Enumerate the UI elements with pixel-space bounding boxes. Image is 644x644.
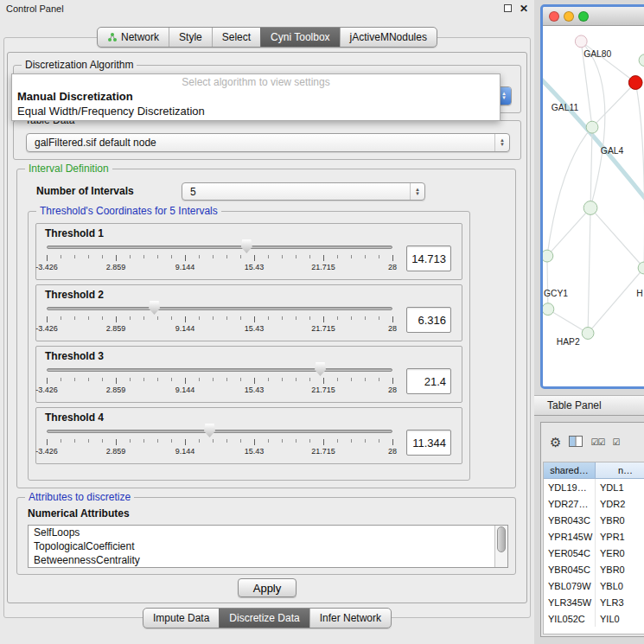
attribute-list-item[interactable]: TopologicalCoefficient <box>29 539 507 553</box>
table-cell: YDR2 <box>596 495 644 512</box>
slider-track[interactable] <box>47 307 392 310</box>
tab-label: Style <box>179 31 202 43</box>
check-icon[interactable]: ☑ <box>612 436 619 450</box>
dropdown-option[interactable]: Equal Width/Frequency Discretization <box>12 104 500 118</box>
network-node[interactable] <box>583 201 597 215</box>
threshold-slider[interactable]: -3.4262.8599.14415.4321.71528 <box>41 301 398 339</box>
network-edge <box>581 41 635 83</box>
attribute-list-item[interactable]: SelfLoops <box>29 526 507 539</box>
tick-mark <box>185 439 186 445</box>
tab-jactivemnodules[interactable]: jActiveMNodules <box>340 28 437 47</box>
tick-mark <box>88 378 89 381</box>
tab-style[interactable]: Style <box>169 28 212 47</box>
network-node[interactable] <box>582 327 594 339</box>
network-edge <box>548 309 588 334</box>
tab-infer-network[interactable]: Infer Network <box>309 609 391 628</box>
tick-mark <box>116 378 117 384</box>
tick-mark <box>199 439 200 443</box>
network-node[interactable] <box>639 54 644 67</box>
close-light-icon[interactable] <box>549 11 559 22</box>
gear-icon[interactable]: ⚙ <box>550 436 561 450</box>
num-intervals-value: 5 <box>190 186 196 198</box>
combo-arrows-icon: ▲▼ <box>410 183 424 200</box>
tick-mark <box>254 255 255 261</box>
tab-cyni-toolbox[interactable]: Cyni Toolbox <box>260 28 339 47</box>
node-table: shared…n… YDL19…YDL1YDR27…YDR2YBR043CYBR… <box>543 462 644 634</box>
scale-label: 28 <box>388 263 397 271</box>
slider-track[interactable] <box>47 245 392 249</box>
network-node[interactable] <box>586 121 598 133</box>
table-panel-toolbar: ⚙ ☑☑ ☑ <box>541 423 644 457</box>
minimize-light-icon[interactable] <box>564 11 574 22</box>
threshold-slider[interactable]: -3.4262.8599.14415.4321.71528 <box>41 239 398 277</box>
tab-select[interactable]: Select <box>212 28 260 47</box>
tick-mark <box>199 255 200 258</box>
table-row[interactable]: YPR145WYPR1 <box>544 528 644 545</box>
threshold-slider[interactable]: -3.4262.8599.14415.4321.71528 <box>41 362 398 400</box>
scale-label: -3.426 <box>35 324 58 333</box>
slider-thumb[interactable] <box>241 239 252 253</box>
table-row[interactable]: YER054CYER0 <box>544 545 644 561</box>
table-panel-title: Table Panel <box>547 399 602 411</box>
control-panel: Control Panel ✕ NetworkStyleSelectCyni T… <box>0 0 534 644</box>
slider-track[interactable] <box>47 430 392 433</box>
table-row[interactable]: YLR345WYLR3 <box>544 594 644 610</box>
table-row[interactable]: YIL052CYIL0 <box>544 610 644 627</box>
tick-mark <box>171 316 172 320</box>
network-canvas[interactable]: GAL80GAL11GAL4GCY1HAP2H <box>543 26 644 386</box>
columns-icon[interactable] <box>569 436 583 450</box>
tick-mark <box>323 255 324 261</box>
scale-label: 28 <box>388 447 397 456</box>
tick-mark <box>171 255 172 258</box>
table-data-combobox-text: galFiltered.sif default node <box>35 137 156 149</box>
thresholds-group: Threshold's Coordinates for 5 Intervals … <box>28 211 470 481</box>
scrollbar-thumb[interactable] <box>497 526 506 552</box>
table-panel-window: ⚙ ☑☑ ☑ shared…n… YDL19…YDL1YDR27…YDR2YBR… <box>540 422 644 637</box>
slider-thumb[interactable] <box>149 301 160 315</box>
num-intervals-combobox[interactable]: 5 ▲▼ <box>182 182 425 201</box>
tab-impute-data[interactable]: Impute Data <box>143 609 219 628</box>
tab-network[interactable]: Network <box>98 28 169 47</box>
tab-discretize-data[interactable]: Discretize Data <box>219 609 309 628</box>
network-node[interactable] <box>575 35 587 48</box>
zoom-light-icon[interactable] <box>578 11 589 22</box>
network-node[interactable] <box>543 303 554 316</box>
tick-mark <box>296 378 296 381</box>
table-row[interactable]: YBR043CYBR0 <box>544 512 644 528</box>
table-column-header[interactable]: shared… <box>544 462 596 479</box>
listbox-scrollbar[interactable] <box>494 526 507 567</box>
network-node[interactable] <box>638 262 644 274</box>
threshold-value-field[interactable]: 21.4 <box>406 368 451 394</box>
tick-mark <box>268 255 269 258</box>
threshold-value-field[interactable]: 14.713 <box>406 245 451 271</box>
threshold-slider[interactable]: -3.4262.8599.14415.4321.71528 <box>41 424 398 462</box>
table-row[interactable]: YDL19…YDL1 <box>544 479 644 495</box>
table-row[interactable]: YBR045CYBR0 <box>544 561 644 577</box>
tick-mark <box>379 439 379 443</box>
scale-label: 15.43 <box>245 447 265 456</box>
table-row[interactable]: YDR27…YDR2 <box>544 495 644 512</box>
tab-label: Infer Network <box>320 612 381 624</box>
table-data-combobox[interactable]: galFiltered.sif default node ▲▼ <box>26 133 510 152</box>
tick-mark <box>74 439 75 443</box>
float-window-icon[interactable] <box>504 4 512 12</box>
tick-mark <box>240 378 241 381</box>
network-node[interactable] <box>543 250 553 262</box>
slider-thumb[interactable] <box>204 424 215 437</box>
tick-mark <box>323 378 324 384</box>
table-row[interactable]: YBL079WYBL0 <box>544 577 644 594</box>
scale-label: -3.426 <box>35 263 58 271</box>
apply-button[interactable]: Apply <box>238 578 296 597</box>
close-icon[interactable]: ✕ <box>520 4 528 13</box>
select-all-checks-icon[interactable]: ☑☑ <box>590 436 604 450</box>
tick-mark <box>102 316 103 320</box>
network-node[interactable] <box>628 76 642 90</box>
table-column-header[interactable]: n… <box>596 462 644 479</box>
slider-thumb[interactable] <box>315 362 326 376</box>
threshold-value-field[interactable]: 11.344 <box>406 430 451 456</box>
threshold-value-field[interactable]: 6.316 <box>406 307 451 333</box>
dropdown-option[interactable]: Manual Discretization <box>12 89 500 104</box>
slider-track[interactable] <box>47 368 392 372</box>
network-edge <box>635 83 644 268</box>
attribute-list-item[interactable]: BetweennessCentrality <box>29 553 507 567</box>
